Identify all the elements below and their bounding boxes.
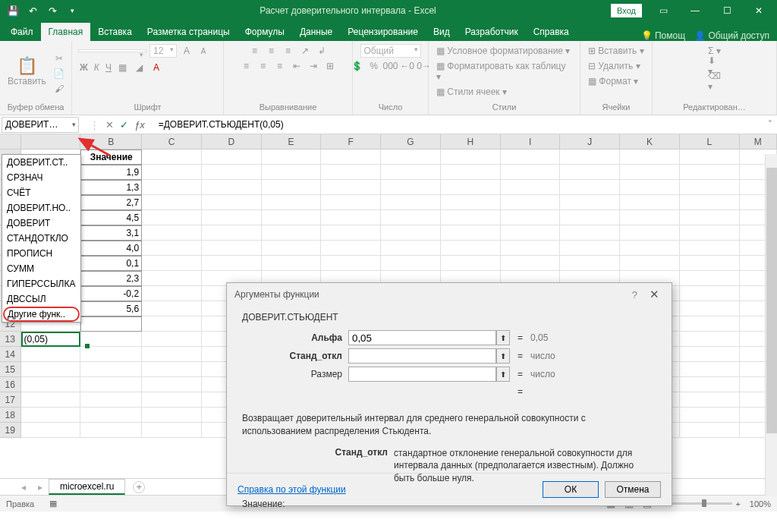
cell[interactable]: [680, 256, 740, 271]
cell[interactable]: [620, 225, 680, 241]
cell[interactable]: [501, 180, 561, 195]
format-cells-button[interactable]: ▦ Формат ▾: [587, 74, 640, 88]
cell[interactable]: [321, 180, 381, 195]
dialog-help-link[interactable]: Справка по этой функции: [238, 484, 346, 495]
cell[interactable]: [262, 150, 322, 165]
cell[interactable]: [680, 423, 740, 438]
cell[interactable]: [680, 271, 740, 286]
currency-icon[interactable]: 💲: [351, 59, 364, 73]
cell[interactable]: [680, 347, 740, 362]
align-bot-icon[interactable]: ≡: [282, 44, 295, 58]
cell[interactable]: [680, 301, 740, 316]
tab-pagelayout[interactable]: Разметка страницы: [140, 23, 238, 41]
percent-icon[interactable]: %: [367, 59, 381, 73]
cell[interactable]: [441, 165, 501, 180]
cell[interactable]: [680, 332, 740, 347]
cell[interactable]: 4,5: [80, 210, 142, 225]
align-left-icon[interactable]: ≡: [240, 59, 253, 73]
cell[interactable]: [381, 210, 441, 225]
zoom-slider[interactable]: [672, 502, 732, 505]
copy-icon[interactable]: 📄: [52, 67, 66, 80]
cell[interactable]: [80, 423, 142, 438]
cell[interactable]: [501, 165, 561, 180]
font-color-icon[interactable]: A: [149, 61, 163, 74]
minimize-icon[interactable]: —: [680, 1, 710, 20]
font-family-select[interactable]: [78, 49, 146, 52]
cell[interactable]: 4,0: [80, 241, 142, 256]
cell[interactable]: [680, 150, 740, 165]
row-header[interactable]: 17: [0, 392, 21, 408]
cell[interactable]: [202, 210, 262, 225]
cell[interactable]: [202, 150, 262, 165]
tell-me[interactable]: 💡 Помощ: [641, 30, 685, 41]
cell[interactable]: [381, 256, 441, 271]
cell[interactable]: [262, 225, 322, 241]
dropdown-item[interactable]: СТАНДОТКЛО: [2, 231, 80, 246]
dialog-help-icon[interactable]: ?: [624, 289, 645, 301]
row-header[interactable]: 15: [0, 362, 21, 377]
tab-home[interactable]: Главная: [41, 23, 91, 41]
cell[interactable]: [142, 301, 202, 316]
range-selector-icon[interactable]: ⬆: [496, 348, 510, 364]
table-format-button[interactable]: ▦ Форматировать как таблицу ▾: [435, 59, 574, 83]
row-header[interactable]: 18: [0, 408, 21, 423]
cell[interactable]: 0,1: [80, 256, 142, 271]
cell[interactable]: [620, 241, 680, 256]
row-header[interactable]: 16: [0, 377, 21, 392]
fx-icon[interactable]: ƒx: [134, 119, 145, 131]
cell[interactable]: [142, 150, 202, 165]
tab-help[interactable]: Справка: [526, 23, 577, 41]
enter-formula-icon[interactable]: ✓: [120, 119, 128, 131]
arg-input[interactable]: [348, 348, 496, 364]
cell[interactable]: [80, 408, 142, 423]
name-box[interactable]: ДОВЕРИТ…: [2, 117, 79, 133]
zoom-in-icon[interactable]: +: [735, 499, 740, 508]
cell[interactable]: [501, 241, 561, 256]
range-selector-icon[interactable]: ⬆: [496, 367, 510, 382]
cond-format-button[interactable]: ▦ Условное форматирование ▾: [435, 44, 571, 58]
close-icon[interactable]: ✕: [744, 1, 774, 20]
cell[interactable]: [262, 256, 322, 271]
cell[interactable]: 1,3: [80, 180, 142, 195]
cell[interactable]: [142, 195, 202, 210]
formatpainter-icon[interactable]: 🖌: [52, 82, 66, 96]
cell[interactable]: [680, 195, 740, 210]
cell[interactable]: [142, 241, 202, 256]
cell[interactable]: [21, 392, 81, 408]
cell[interactable]: [680, 362, 740, 377]
dropdown-item[interactable]: ДОВЕРИТ.НО..: [2, 200, 80, 216]
cell[interactable]: [680, 165, 740, 180]
cell[interactable]: [262, 241, 322, 256]
sheet-nav-next[interactable]: ▸: [32, 482, 49, 493]
cell[interactable]: [142, 286, 202, 301]
dropdown-item[interactable]: ДВССЫЛ: [2, 291, 80, 307]
tab-insert[interactable]: Вставка: [90, 23, 140, 41]
cell[interactable]: [560, 210, 620, 225]
cancel-formula-icon[interactable]: ✕: [105, 119, 114, 131]
merge-icon[interactable]: ⊞: [323, 59, 337, 73]
cell[interactable]: [142, 271, 202, 286]
cell[interactable]: [321, 241, 381, 256]
arg-input[interactable]: [348, 330, 496, 345]
col-H[interactable]: H: [441, 134, 501, 149]
cell[interactable]: [142, 225, 202, 241]
cell[interactable]: [680, 225, 740, 241]
dropdown-item[interactable]: ПРОПИСН: [2, 246, 80, 261]
dropdown-item[interactable]: СЧЁТ: [2, 185, 80, 200]
cell[interactable]: 3,1: [80, 225, 142, 241]
cell[interactable]: [680, 408, 740, 423]
cell[interactable]: 2,3: [80, 271, 142, 286]
align-center-icon[interactable]: ≡: [256, 59, 270, 73]
cell[interactable]: [381, 225, 441, 241]
ok-button[interactable]: ОК: [543, 481, 599, 498]
sheet-tab[interactable]: microexcel.ru: [49, 479, 125, 495]
cell[interactable]: [501, 210, 561, 225]
align-right-icon[interactable]: ≡: [273, 59, 287, 73]
col-D[interactable]: D: [202, 134, 262, 149]
cell[interactable]: [321, 165, 381, 180]
col-I[interactable]: I: [501, 134, 561, 149]
cell[interactable]: [321, 210, 381, 225]
decimal-inc-icon[interactable]: ←0: [401, 59, 414, 73]
function-dropdown[interactable]: ДОВЕРИТ.СТ..СРЗНАЧСЧЁТДОВЕРИТ.НО..ДОВЕРИ…: [2, 154, 81, 323]
cell[interactable]: [680, 392, 740, 408]
